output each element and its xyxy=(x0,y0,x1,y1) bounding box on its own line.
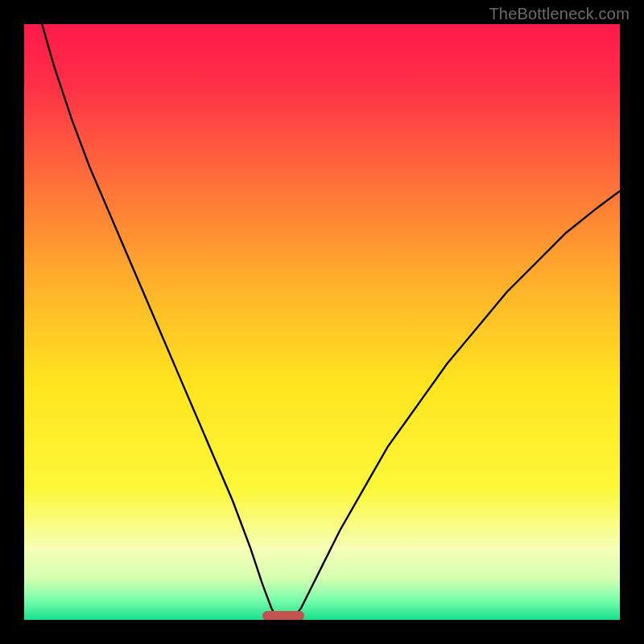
watermark-text: TheBottleneck.com xyxy=(489,5,630,23)
right-curve xyxy=(292,191,620,620)
left-curve xyxy=(42,24,277,620)
curves-layer xyxy=(24,24,620,620)
plot-area xyxy=(24,24,620,620)
chart-frame: TheBottleneck.com xyxy=(0,0,644,644)
bottleneck-marker xyxy=(262,611,304,620)
